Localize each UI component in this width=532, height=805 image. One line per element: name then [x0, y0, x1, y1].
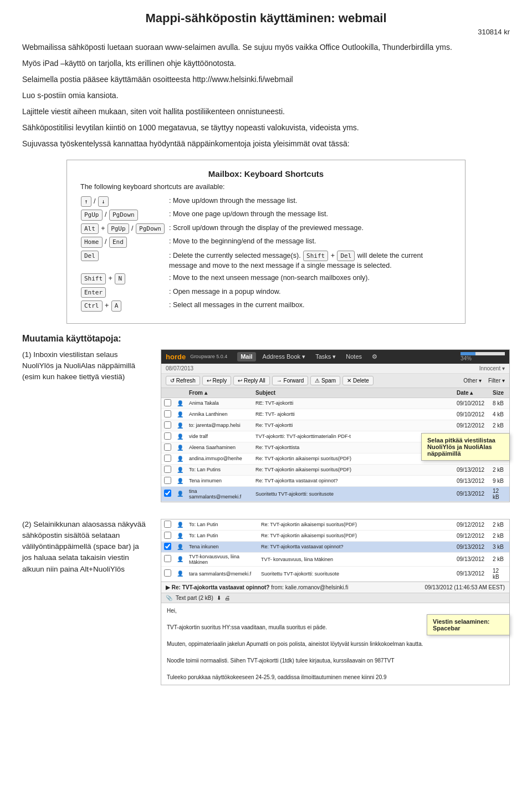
section2-desc: (2) Selainikkunan alaosassa näkyvää sähk…: [22, 519, 150, 575]
pmsg-size: 12 kB: [490, 566, 509, 581]
shortcut-keys: Del: [80, 251, 169, 261]
shortcut-row: Shift + N : Move to the next unseen mess…: [80, 273, 452, 284]
preview-line-3: Muuten, oppimateriaalin jakelun Apumatti…: [167, 640, 504, 648]
pmsg-subject: Suoritettu TVT-ajokortti: suoritusote: [258, 566, 454, 581]
section2-image: 👤 To: Lan Putin Re: TVT-ajokortin aikais…: [161, 519, 510, 685]
horde-topbar: horde Groupware 5.0.4 Mail Address Book …: [161, 350, 509, 364]
message-row[interactable]: 👤 Annika Lanthinen RE: TVT- ajokortti 09…: [161, 409, 509, 420]
msg-icon: 👤: [174, 442, 186, 453]
refresh-button[interactable]: ↺ Refresh: [166, 376, 200, 385]
msg-size: 2 kB: [490, 420, 509, 431]
msg-checkbox[interactable]: [161, 442, 174, 453]
msg-icon: 👤: [174, 420, 186, 431]
pmsg-subject: Re: TVT-ajokortin aikaisempi suoritus(PD…: [258, 530, 454, 541]
shortcut-desc: : Move to the beginning/end of the messa…: [169, 237, 452, 247]
folder-inbox[interactable]: Innocent ▾: [479, 365, 505, 371]
msg-checkbox[interactable]: [161, 475, 174, 486]
nav-item-addressbook[interactable]: Address Book ▾: [259, 352, 309, 361]
msg-date: 09/13/2012: [454, 464, 490, 475]
nav-item-settings[interactable]: ⚙: [369, 352, 381, 361]
filter-label: Filter ▾: [488, 378, 505, 384]
pmsg-from: Tena inkunen: [186, 541, 258, 552]
preview-date: 09/13/2012 (11:46:53 AM EEST): [424, 584, 505, 590]
preview-message-row[interactable]: 👤 To: Lan Putin Re: TVT-ajokortin aikais…: [161, 530, 509, 541]
msg-size: 4 kB: [490, 409, 509, 420]
page-title: Mappi-sähköpostin käyttäminen: webmail: [22, 11, 510, 26]
msg-size: 12 kB: [490, 486, 509, 501]
message-row[interactable]: 👤 Anima Takala RE: TVT-ajokortti 09/10/2…: [161, 398, 509, 409]
msg-icon: 👤: [174, 486, 186, 501]
nav-item-mail[interactable]: Mail: [237, 352, 255, 361]
preview-message-row[interactable]: 👤 tara sammalants@memeki.f Suoritettu TV…: [161, 566, 509, 581]
col-size[interactable]: Size: [490, 388, 509, 398]
page-id: 310814 kr: [22, 28, 510, 36]
pmsg-size: 2 kB: [490, 519, 509, 531]
nav-item-tasks[interactable]: Tasks ▾: [312, 352, 339, 361]
msg-from: vide tralf: [186, 431, 253, 442]
reply-button[interactable]: ↩ Reply: [202, 376, 231, 385]
pmsg-checkbox[interactable]: [161, 519, 174, 531]
col-icon: [174, 388, 186, 398]
intro-p6: Sähköpostitilisi levytilan kiintiö on 10…: [22, 122, 510, 134]
shortcut-row: Enter : Open message in a popup window.: [80, 287, 452, 298]
msg-checkbox[interactable]: [161, 464, 174, 475]
msg-subject: Re: TVT-ajokorttista: [253, 442, 443, 453]
shortcut-keys: Shift + N: [80, 273, 169, 284]
msg-checkbox[interactable]: [161, 398, 174, 409]
msg-flag: [443, 409, 454, 420]
download-icon[interactable]: ⬇: [217, 595, 221, 601]
forward-button[interactable]: → Forward: [272, 376, 308, 385]
shortcut-keys: Ctrl + A: [80, 300, 169, 311]
msg-checkbox[interactable]: [161, 420, 174, 431]
shortcut-keys: Enter: [80, 287, 169, 298]
pmsg-checkbox[interactable]: [161, 541, 174, 552]
pmsg-icon: 👤: [174, 530, 186, 541]
msg-date: 09/13/2012: [454, 486, 490, 501]
preview-message-row[interactable]: 👤 To: Lan Putin Re: TVT-ajokortin aikais…: [161, 519, 509, 531]
msg-from: Anima Takala: [186, 398, 253, 409]
reply-all-button[interactable]: ↩ Reply All: [233, 376, 270, 385]
horde-search-area: 34%: [461, 352, 505, 361]
msg-date: 09/10/2012: [454, 409, 490, 420]
pmsg-date: 09/13/2012: [454, 552, 490, 566]
print-icon[interactable]: 🖨: [224, 595, 230, 601]
col-subject[interactable]: Subject: [253, 388, 443, 398]
pmsg-from: tara sammalants@memeki.f: [186, 566, 258, 581]
message-row[interactable]: 👤 to: jarenta@mapp.helsi Re: TVT-ajokort…: [161, 420, 509, 431]
msg-checkbox[interactable]: [161, 409, 174, 420]
tooltip-scrolling: Selaa pitkää viestilistaa NuoliYlös ja N…: [421, 433, 510, 461]
message-row[interactable]: 👤 tina sammalants@memeki.f Suoritettu TV…: [161, 486, 509, 501]
shortcut-desc: : Move up/down through the message list.: [169, 196, 452, 206]
msg-from: tina sammalants@memeki.f: [186, 486, 253, 501]
msg-checkbox[interactable]: [161, 431, 174, 442]
pmsg-checkbox[interactable]: [161, 552, 174, 566]
msg-subject: Re: TVT-ajokortin aikaisempi suoritus(PD…: [253, 464, 443, 475]
pmsg-checkbox[interactable]: [161, 566, 174, 581]
msg-from: Annika Lanthinen: [186, 409, 253, 420]
msg-checkbox[interactable]: [161, 453, 174, 464]
section2-row: (2) Selainikkunan alaosassa näkyvää sähk…: [22, 519, 510, 685]
msg-flag: [443, 464, 454, 475]
col-from[interactable]: From ▴: [186, 388, 253, 398]
message-row[interactable]: 👤 Tena inmumen Re: TVT-ajokortta vastaav…: [161, 475, 509, 486]
shortcut-row: Ctrl + A : Select all messages in the cu…: [80, 300, 452, 311]
msg-size: 8 kB: [490, 398, 509, 409]
shortcut-row: Home / End : Move to the beginning/end o…: [80, 237, 452, 247]
msg-checkbox[interactable]: [161, 486, 174, 501]
nav-item-notes[interactable]: Notes: [342, 352, 365, 361]
msg-subject: RE: TVT- ajokortti: [253, 409, 443, 420]
msg-date: 09/12/2012: [454, 420, 490, 431]
preview-message-row[interactable]: 👤 TVT-korvausvuus, liina Mäkinen TVT- ko…: [161, 552, 509, 566]
attachment-label: Text part (2 kB): [176, 595, 213, 601]
col-date[interactable]: Date ▴: [454, 388, 490, 398]
delete-button[interactable]: ✕ Delete: [342, 376, 374, 385]
pmsg-checkbox[interactable]: [161, 530, 174, 541]
shortcut-desc: : Select all messages in the current mai…: [169, 300, 452, 310]
msg-size: 2 kB: [490, 464, 509, 475]
section1-text: (1) Inboxin viestilistan selaus NuoliYlö…: [22, 349, 150, 383]
section1-image: horde Groupware 5.0.4 Mail Address Book …: [161, 349, 510, 502]
spam-button[interactable]: ⚠ Spam: [310, 376, 340, 385]
msg-flag: [443, 475, 454, 486]
preview-message-row[interactable]: 👤 Tena inkunen Re: TVT-ajokortta vastaav…: [161, 541, 509, 552]
message-row[interactable]: 👤 To: Lan Putins Re: TVT-ajokortin aikai…: [161, 464, 509, 475]
